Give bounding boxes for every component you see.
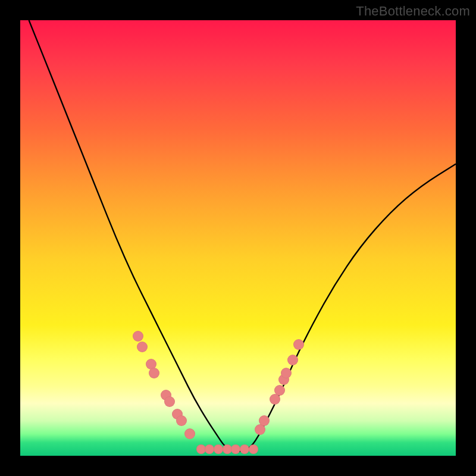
highlight-dot <box>223 444 232 454</box>
highlight-dot <box>205 444 214 454</box>
highlight-dot <box>133 331 143 342</box>
highlight-dot <box>231 444 240 454</box>
highlight-dot <box>274 385 285 396</box>
bottleneck-curve <box>20 20 456 456</box>
highlight-dot <box>240 444 249 454</box>
highlight-dot <box>196 444 206 454</box>
highlight-dot <box>281 368 292 378</box>
highlight-dot <box>164 396 175 407</box>
highlight-dot <box>149 368 159 378</box>
plot-area <box>20 20 456 456</box>
watermark-text: TheBottleneck.com <box>356 4 470 19</box>
highlight-dot <box>176 415 187 426</box>
highlight-dot <box>293 339 304 350</box>
highlight-dot <box>214 444 223 454</box>
highlight-dot <box>259 415 270 426</box>
chart-frame: TheBottleneck.com <box>0 0 476 476</box>
highlight-dot <box>137 342 148 352</box>
highlight-dot <box>287 355 298 365</box>
highlight-dot <box>184 428 195 439</box>
highlight-dot <box>249 444 258 454</box>
